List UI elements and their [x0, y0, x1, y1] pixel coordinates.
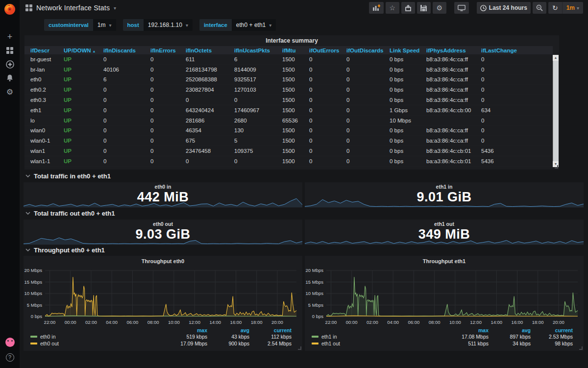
table-cell: UP	[64, 158, 103, 164]
explore-compass-icon[interactable]	[0, 58, 20, 71]
table-cell: 0	[346, 97, 390, 103]
svg-text:10:00: 10:00	[168, 319, 180, 325]
column-header[interactable]: UP/DOWN▲	[64, 48, 103, 53]
table-cell: 1500	[282, 148, 309, 154]
table-cell: 0	[103, 56, 150, 62]
panel-title[interactable]: eth0 in	[24, 182, 302, 190]
panel-title[interactable]: eth1 out	[305, 220, 584, 227]
panel-title[interactable]: Throughput eth1	[305, 256, 584, 266]
table-cell: ba:a3:86:4c:ca:ff	[426, 138, 481, 144]
column-header[interactable]: ifDescr	[30, 48, 64, 53]
table-cell: 65536	[282, 118, 309, 123]
table-cell: 0	[309, 148, 346, 154]
column-header[interactable]: ifInDiscards	[103, 48, 150, 53]
legend-value: 519 kbps	[165, 334, 207, 340]
user-avatar[interactable]	[0, 336, 20, 348]
legend-column-header[interactable]: max	[165, 327, 207, 333]
table-cell: 0	[309, 118, 346, 123]
graph-panel-throughput-eth0: Throughput eth0 0 bps5 Mbps10 Mbps15 Mbp…	[24, 256, 302, 351]
table-cell: 0 bps	[390, 87, 426, 93]
table-cell: 17460967	[234, 107, 282, 113]
table-cell: UP	[64, 56, 103, 62]
table-cell: 0 bps	[390, 138, 426, 144]
table-cell: eth0.2	[30, 87, 64, 93]
column-header[interactable]: ifMtu	[282, 48, 309, 53]
table-cell: 0	[150, 107, 186, 113]
table-cell: 5436	[481, 158, 553, 164]
table-cell: 1500	[282, 138, 309, 144]
chevron-down-icon	[25, 174, 30, 177]
grafana-app: + ⚙ ? Network Interface Stats ▾ ☆	[0, 0, 588, 368]
scrollbar-thumb[interactable]	[553, 61, 559, 161]
column-header[interactable]: ifOutErrors	[309, 48, 346, 53]
row-header-traffic-out[interactable]: Total traffic out eth0 + eth1	[25, 209, 115, 218]
table-cell: 0	[481, 87, 553, 93]
svg-text:16:00: 16:00	[230, 319, 242, 325]
column-header[interactable]: ifOutDiscards	[346, 48, 390, 53]
legend-series-label[interactable]: eth1 out	[312, 341, 446, 346]
table-cell: 5	[234, 138, 282, 144]
dashboards-icon[interactable]	[0, 44, 20, 57]
svg-text:16:00: 16:00	[512, 319, 523, 325]
create-plus-icon[interactable]: +	[0, 30, 20, 43]
panel-title[interactable]: Throughput eth0	[24, 256, 302, 266]
svg-text:10 Mbps: 10 Mbps	[306, 291, 324, 296]
column-header[interactable]: ifInErrors	[150, 48, 186, 53]
table-cell: 0	[103, 127, 150, 133]
interface-summary-table: ifDescrUP/DOWN▲ifInDiscardsifInErrorsifI…	[24, 46, 553, 168]
variable-interface[interactable]: interface eth0 + eth1▾	[199, 19, 276, 31]
table-cell: UP	[64, 107, 103, 113]
svg-text:20:00: 20:00	[553, 319, 564, 325]
column-header[interactable]: Link Speed	[390, 48, 426, 53]
table-row: eth0UP60252086838893255171500000 bpsb8:a…	[24, 75, 553, 85]
column-header[interactable]: ifLastChange	[481, 48, 553, 53]
table-cell: 0	[481, 67, 553, 73]
legend-value: 2.54 Mbps	[249, 341, 292, 346]
legend-column-header[interactable]: avg	[207, 327, 249, 333]
table-cell: 0	[309, 127, 346, 133]
row-header-traffic-in[interactable]: Total traffic in eth0 + eth1	[25, 172, 111, 180]
column-header[interactable]: ifInOctets	[186, 48, 234, 53]
graph-legend: maxavgcurrenteth0 in519 kbps43 kbps112 k…	[24, 327, 302, 347]
legend-series-label[interactable]: eth0 in	[30, 334, 165, 340]
panel-title[interactable]: eth1 in	[305, 182, 584, 190]
panel-title[interactable]: eth0 out	[24, 220, 302, 227]
grafana-logo-icon[interactable]	[3, 3, 16, 16]
row-header-throughput[interactable]: Throughput eth0 + eth1	[25, 245, 105, 254]
legend-series-row: eth0 out17.09 Mbps900 kbps2.54 Mbps	[30, 340, 292, 347]
scroll-up-button[interactable]: ▲	[553, 55, 559, 61]
table-cell: 1500	[282, 56, 309, 62]
alerting-bell-icon[interactable]	[0, 72, 20, 84]
table-cell: 611	[186, 56, 234, 62]
graph-plot-area[interactable]: 0 bps5 Mbps10 Mbps15 Mbps20 Mbps22:0000:…	[305, 266, 584, 327]
resize-handle[interactable]	[298, 346, 301, 350]
legend-series-label[interactable]: eth1 in	[312, 334, 446, 340]
table-cell: 0	[309, 56, 346, 62]
section-title: Throughput eth0 + eth1	[34, 246, 105, 254]
column-header[interactable]: ifInUcastPkts	[234, 48, 282, 53]
configuration-gear-icon[interactable]: ⚙	[0, 85, 20, 98]
table-cell: 0	[346, 56, 390, 62]
table-cell: 1500	[282, 87, 309, 93]
legend-column-header[interactable]: max	[446, 327, 489, 333]
table-cell: 643240424	[186, 107, 234, 113]
svg-text:14:00: 14:00	[490, 319, 502, 325]
legend-column-header[interactable]: avg	[489, 327, 531, 333]
variable-label: host	[123, 19, 144, 31]
panel-title[interactable]: Interface summary	[24, 35, 559, 46]
column-header[interactable]: ifPhysAddress	[426, 48, 481, 53]
resize-handle[interactable]	[579, 346, 583, 350]
table-cell: 0	[309, 158, 346, 164]
legend-series-label[interactable]: eth0 out	[30, 341, 165, 346]
sort-asc-icon: ▲	[93, 49, 96, 53]
svg-text:22:00: 22:00	[325, 319, 337, 325]
legend-column-header[interactable]: current	[531, 327, 573, 333]
resize-handle[interactable]	[555, 165, 558, 169]
legend-column-header[interactable]: current	[249, 327, 292, 333]
svg-text:18:00: 18:00	[532, 319, 544, 325]
variable-custominterval[interactable]: custominterval 1m▾	[44, 19, 116, 31]
graph-plot-area[interactable]: 0 bps5 Mbps10 Mbps15 Mbps20 Mbps22:0000:…	[24, 266, 302, 327]
variable-host[interactable]: host 192.168.1.10▾	[123, 19, 193, 31]
table-cell: 1500	[282, 158, 309, 164]
help-icon[interactable]: ?	[0, 351, 20, 364]
